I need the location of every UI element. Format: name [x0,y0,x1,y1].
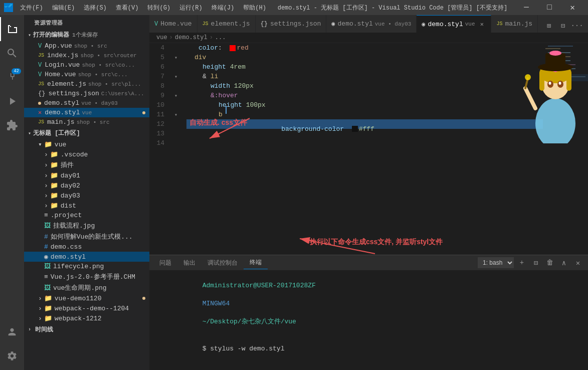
menu-view[interactable]: 查看(V) [112,3,143,13]
modified-indicator [38,102,41,105]
folder-name: day02 [61,182,80,190]
breadcrumb-part-2[interactable]: demo.styl [175,34,208,41]
sidebar-file-vuebook[interactable]: ≡ Vue.js-2.0-参考手册.CHM [24,271,149,282]
sidebar-folder-vue[interactable]: ▾ 📁 vue [24,139,149,149]
sidebar-item-loginvue[interactable]: V Login.vue shop • src\co... [24,60,149,70]
tab-homevue[interactable]: V Home.vue [149,15,198,33]
terminal-selector[interactable]: 1: bash [478,257,514,268]
code-line-5: div [186,53,543,62]
panel-close[interactable]: ✕ [572,257,584,269]
folder-name: day03 [61,192,80,200]
terminal-content[interactable]: Administrator@USER-20171028ZF MINGW64 ~/… [149,270,588,370]
tab-label: demo.styl [338,20,373,28]
folder-icon: 📁 [44,314,52,322]
minimize-button[interactable]: ─ [515,0,538,15]
timeline-header[interactable]: › 时间线 [24,323,149,336]
sidebar-folder-webpack1212[interactable]: › 📁 webpack-1212 [24,313,149,323]
maximize-button[interactable]: □ [538,0,561,15]
panel-delete-terminal[interactable]: 🗑 [544,257,556,269]
menu-run[interactable]: 运行(R) [175,3,207,13]
tab-js-icon: JS [203,21,209,27]
sidebar-item-settingsjson[interactable]: {} settings.json C:\Users\A... [24,89,149,98]
sidebar-folder-vscode[interactable]: › 📁 .vscode [24,149,149,159]
fold-arrow-4 [174,43,182,53]
tab-mainjs[interactable]: JS main.js [491,15,538,33]
sidebar-folder-day03[interactable]: › 📁 day03 [24,191,149,201]
fold-arrow-9[interactable]: ▾ [174,91,182,100]
sidebar-item-appvue[interactable]: V App.vue shop • src [24,41,149,51]
file-icon: ≡ [44,212,48,219]
sidebar-folder-webpack1204[interactable]: › 📁 webpack--demo--1204 [24,303,149,313]
menu-select[interactable]: 选择(S) [80,3,111,13]
menu-help[interactable]: 帮助(H) [239,3,270,13]
panel-tab-output[interactable]: 输出 [177,257,202,269]
terminal-line-2: $ stylus -w demo.styl [155,335,582,362]
workspace-header[interactable]: ▾ 无标题 [工作区] [24,127,149,139]
panel-tab-debug[interactable]: 调试控制台 [202,257,244,269]
fold-arrow-13 [174,129,182,138]
sidebar-item-demostyl-active[interactable]: ✕ demo.styl vue [24,108,149,117]
file-path: shop • src [77,119,110,125]
fold-arrow-5[interactable]: ▾ [174,53,182,62]
sidebar-file-demostyl[interactable]: ◉ demo.styl [24,252,149,262]
sidebar-folder-dist[interactable]: › 📁 dist [24,201,149,211]
breadcrumb-part-1[interactable]: vue [156,34,167,41]
filename: demo.styl [51,253,86,261]
tab-note: vue [465,21,475,27]
activity-run[interactable] [0,89,24,113]
styl-icon: ◉ [44,253,48,261]
activity-search[interactable] [0,41,24,65]
code-content[interactable]: color: red div height 4rem & li [182,43,543,255]
sidebar-folder-plugins[interactable]: › 📁 插件 [24,159,149,170]
sidebar-file-vue-lifecycle[interactable]: 🖼 vue生命周期.png [24,282,149,293]
tab-elementjs[interactable]: JS element.js [198,15,256,33]
tab-more-button[interactable]: ··· [570,19,584,33]
breadcrumb-part-3[interactable]: ... [215,34,226,41]
close-button[interactable]: ✕ [561,0,584,15]
timeline-label: 时间线 [35,325,53,334]
tab-close-button[interactable]: ✕ [478,20,486,28]
folder-arrow: › [38,305,42,312]
sidebar-item-indexjs[interactable]: JS index.js shop • src\router [24,51,149,60]
open-editors-header[interactable]: ▾ 打开的编辑器 1个未保存 [24,29,149,41]
sidebar-file-lifecycle[interactable]: 🖼 lifecycle.png [24,262,149,271]
window-title: demo.styl - 无标题 [工作区] - Visual Studio Co… [278,4,507,12]
sidebar-item-demostyl-dot[interactable]: demo.styl vue • day03 [24,98,149,108]
tab-layout-button[interactable]: ⊟ [556,19,570,33]
panel-chevron-up[interactable]: ∧ [558,257,570,269]
panel-tab-problems[interactable]: 问题 [153,257,177,269]
menu-goto[interactable]: 转到(G) [143,3,174,13]
menu-terminal[interactable]: 终端(J) [208,3,239,13]
tab-demostyl-vue[interactable]: ◉ demo.styl vue ✕ [417,15,491,33]
activity-accounts[interactable] [0,320,24,344]
tab-json-icon: {} [261,21,268,28]
tab-demostyl-day03[interactable]: ◉ demo.styl vue • day03 [326,15,417,33]
titlebar-menu[interactable]: 文件(F) 编辑(E) 选择(S) 查看(V) 转到(G) 运行(R) 终端(J… [16,3,270,13]
sidebar-item-homevue[interactable]: V Home.vue shop • src\c... [24,70,149,79]
workspace-label: 无标题 [工作区] [33,129,80,137]
activity-explorer[interactable] [0,17,24,41]
sidebar-file-project[interactable]: ≡ .project [24,211,149,220]
fold-arrow-11[interactable]: ▾ [174,110,182,119]
activity-source-control[interactable]: ⑂ 42 [0,65,24,89]
sidebar-folder-day01[interactable]: › 📁 day01 [24,170,149,180]
panel-tab-terminal[interactable]: 终端 [244,256,268,269]
panel-add-terminal[interactable]: + [516,257,528,269]
sidebar-folder-vuedemo1120[interactable]: › 📁 vue-demo1120 [24,293,149,303]
tab-settingsjson[interactable]: {} settings.json [256,15,327,33]
activity-settings[interactable] [0,344,24,368]
window-controls[interactable]: ─ □ ✕ [515,0,584,15]
menu-file[interactable]: 文件(F) [16,3,47,13]
activity-bottom [0,320,24,370]
menu-edit[interactable]: 编辑(E) [48,3,79,13]
sidebar-item-mainjs[interactable]: JS main.js shop • src [24,117,149,127]
fold-arrow-7[interactable]: ▾ [174,72,182,81]
sidebar-file-vue-doc[interactable]: # 如何理解Vue的新生式模... [24,231,149,242]
tab-split-button[interactable]: ⊞ [542,19,556,33]
sidebar-file-democss[interactable]: # demo.css [24,242,149,252]
sidebar-folder-day02[interactable]: › 📁 day02 [24,180,149,191]
sidebar-item-elementjs[interactable]: JS element.js shop • src\pl... [24,79,149,89]
panel-split-terminal[interactable]: ⊟ [530,257,542,269]
activity-extensions[interactable] [0,113,24,137]
sidebar-file-mount-jpg[interactable]: 🖼 挂载流程.jpg [24,220,149,231]
